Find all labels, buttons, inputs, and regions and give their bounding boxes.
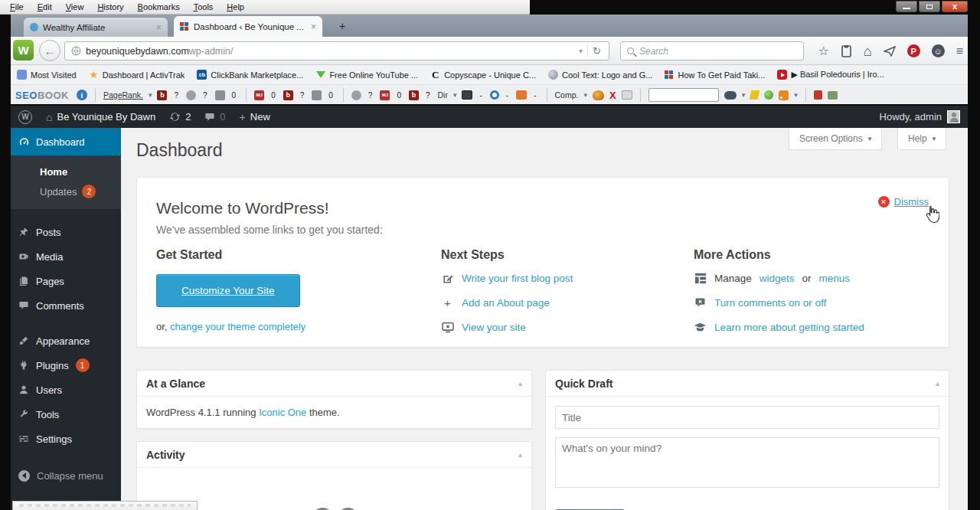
bing-b-icon[interactable]: b	[283, 90, 293, 100]
cart-icon[interactable]	[828, 91, 838, 100]
url-dropdown-icon[interactable]: ▾	[574, 47, 587, 55]
sidebar-item-home[interactable]: Home	[11, 162, 121, 181]
metric-circle-icon[interactable]	[351, 90, 361, 100]
sidebar-item-plugins[interactable]: Plugins 1	[11, 353, 121, 378]
menu-bookmarks[interactable]: Bookmarks	[131, 1, 187, 13]
send-icon[interactable]	[884, 45, 896, 57]
edit-pencil-icon[interactable]	[622, 90, 632, 100]
screen-options-tab[interactable]: Screen Options ▾	[789, 128, 882, 150]
wealthy-affiliate-icon[interactable]: W	[13, 40, 34, 60]
pinterest-icon[interactable]: P	[907, 44, 920, 57]
bookmark-how-to-get-paid[interactable]: How To Get Paid Taki...	[665, 70, 765, 80]
sidebar-item-users[interactable]: Users	[11, 378, 121, 402]
theme-link[interactable]: Iconic One	[259, 407, 306, 418]
majestic-icon[interactable]: MJ	[254, 90, 264, 100]
info-icon[interactable]: i	[77, 90, 87, 100]
chat-smiley-icon[interactable]: ☺	[932, 44, 945, 57]
customize-your-site-button[interactable]: Customize Your Site	[156, 274, 300, 307]
archive-camera-icon[interactable]	[312, 90, 322, 100]
change-theme-link[interactable]: change your theme completely	[170, 321, 305, 332]
close-window-button[interactable]: x	[942, 1, 968, 12]
green-ball-icon[interactable]	[764, 90, 773, 100]
bookmark-youtube-converter[interactable]: Free Online YouTube ...	[315, 70, 418, 80]
wordpress-logo-icon[interactable]: W	[18, 110, 32, 124]
manage-menus-link[interactable]: menus	[819, 273, 851, 284]
rss-icon[interactable]	[779, 90, 789, 100]
bookmark-activtrak[interactable]: ★ Dashboard | ActivTrak	[89, 70, 185, 80]
maximize-button[interactable]	[919, 1, 940, 12]
reload-icon[interactable]: ↻	[587, 45, 606, 57]
tab-close-icon[interactable]: ×	[156, 22, 162, 33]
minimize-button[interactable]	[896, 1, 917, 12]
add-about-page-link[interactable]: Add an About page	[462, 297, 550, 309]
search-input[interactable]: Search	[620, 41, 804, 60]
majestic-icon[interactable]: MJ	[380, 90, 390, 100]
hamburger-menu-icon[interactable]: ≡	[956, 45, 963, 57]
bookmark-cooltext[interactable]: Cool Text: Logo and G...	[548, 70, 652, 80]
dir-dropdown[interactable]: Dir	[438, 90, 448, 100]
dismiss-link[interactable]: ✕ Dismiss	[878, 196, 929, 208]
sidebar-item-updates[interactable]: Updates 2	[11, 181, 121, 201]
xml-x-icon[interactable]: X	[609, 90, 616, 101]
bing-b-icon[interactable]: b	[409, 90, 419, 100]
binoculars-icon[interactable]	[724, 91, 737, 100]
tab-dashboard-be-younique[interactable]: Dashboard ‹ Be Younique ... ×	[173, 15, 323, 37]
bookmark-star-icon[interactable]: ☆	[818, 45, 828, 57]
menu-edit[interactable]: Edit	[31, 1, 59, 13]
collapse-toggle-icon[interactable]: ▴	[936, 379, 939, 387]
tv-icon[interactable]	[462, 90, 472, 100]
sidebar-item-media[interactable]: Media	[11, 244, 121, 269]
comp-dropdown[interactable]: Comp.	[555, 90, 579, 100]
draft-title-input[interactable]	[555, 406, 939, 429]
back-button[interactable]: ←	[39, 40, 60, 61]
pagerank-dropdown[interactable]: PageRank.	[103, 90, 143, 100]
collapse-toggle-icon[interactable]: ▴	[518, 379, 522, 387]
sidebar-item-settings[interactable]: Settings	[11, 427, 121, 451]
menu-help[interactable]: Help	[220, 1, 251, 13]
tab-close-icon[interactable]: ×	[311, 21, 316, 32]
seo-keyword-input[interactable]	[648, 88, 719, 102]
sidebar-item-tools[interactable]: Tools	[11, 402, 121, 427]
highlight-icon[interactable]	[750, 90, 760, 100]
menu-file[interactable]: File	[3, 1, 31, 13]
sidebar-item-pages[interactable]: Pages	[11, 269, 121, 293]
welcome-panel: Welcome to WordPress! We've assembled so…	[136, 177, 949, 348]
admin-bar-new[interactable]: + New	[240, 111, 270, 123]
draft-content-textarea[interactable]	[555, 437, 939, 488]
flag-icon[interactable]	[814, 90, 822, 100]
orange-tool-icon[interactable]	[516, 90, 527, 100]
collapse-toggle-icon[interactable]: ▴	[518, 450, 522, 459]
metric-circle-icon[interactable]	[186, 90, 196, 100]
view-your-site-link[interactable]: View your site	[462, 322, 526, 333]
sidebar-item-appearance[interactable]: Appearance	[11, 329, 121, 353]
menu-tools[interactable]: Tools	[187, 1, 220, 13]
admin-bar-updates[interactable]: 2	[169, 111, 191, 123]
write-first-post-link[interactable]: Write your first blog post	[462, 273, 573, 284]
sidebar-item-dashboard[interactable]: Dashboard	[11, 128, 121, 155]
menu-view[interactable]: View	[59, 1, 91, 13]
home-icon[interactable]: ⌂	[864, 44, 872, 58]
archive-camera-icon[interactable]	[215, 90, 225, 100]
sidebar-item-comments[interactable]: Comments	[11, 293, 121, 318]
new-tab-button[interactable]: +	[332, 19, 352, 34]
bookmarks-sidebar-icon[interactable]	[841, 45, 852, 57]
admin-bar-account[interactable]: Howdy, admin	[880, 110, 960, 123]
ring-icon[interactable]	[490, 90, 499, 100]
turn-comments-link[interactable]: Turn comments on or off	[714, 297, 826, 309]
bookmark-most-visited[interactable]: Most Visited	[17, 70, 77, 80]
admin-bar-site-name[interactable]: ⌂ Be Younique By Dawn	[46, 111, 155, 123]
learn-more-link[interactable]: Learn more about getting started	[714, 322, 864, 333]
sidebar-item-posts[interactable]: Posts	[11, 220, 121, 244]
help-tab[interactable]: Help ▾	[897, 128, 946, 150]
tab-wealthy-affiliate[interactable]: Wealthy Affiliate ×	[23, 17, 168, 37]
collapse-menu-button[interactable]: Collapse menu	[11, 463, 121, 488]
admin-bar-comments[interactable]: 0	[204, 111, 225, 123]
bookmark-clickbank[interactable]: cb ClickBank Marketplace...	[197, 70, 303, 80]
manage-widgets-link[interactable]: widgets	[760, 273, 795, 284]
url-bar[interactable]: beyouniquebydawn.com wp-admin/ ▾ ↻	[64, 41, 609, 60]
bing-b-icon[interactable]: b	[157, 90, 167, 100]
bookmark-copyscape[interactable]: C Copyscape - Unique C...	[430, 70, 536, 80]
menu-history[interactable]: History	[90, 1, 130, 13]
spider-icon[interactable]	[593, 90, 604, 100]
bookmark-basil-poledouris[interactable]: ▶ Basil Poledouris | Iro...	[777, 70, 884, 80]
